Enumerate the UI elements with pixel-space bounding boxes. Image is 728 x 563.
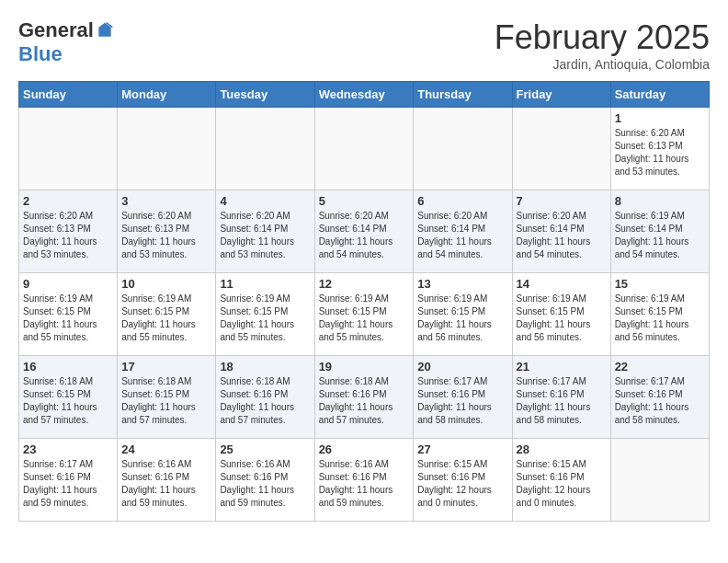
calendar-day-cell [19,108,118,190]
day-info: Sunrise: 6:19 AM Sunset: 6:15 PM Dayligh… [417,293,507,344]
day-number: 3 [121,194,211,208]
day-number: 25 [220,442,310,456]
calendar-day-cell [610,439,709,522]
title-section: February 2025 Jardin, Antioquia, Colombi… [495,18,710,72]
calendar-day-cell: 12Sunrise: 6:19 AM Sunset: 6:15 PM Dayli… [314,273,414,356]
calendar-day-cell [314,108,414,190]
calendar-day-cell: 24Sunrise: 6:16 AM Sunset: 6:16 PM Dayli… [118,439,216,522]
calendar-day-cell [118,108,216,190]
day-info: Sunrise: 6:20 AM Sunset: 6:14 PM Dayligh… [220,210,310,261]
calendar-day-cell: 4Sunrise: 6:20 AM Sunset: 6:14 PM Daylig… [216,190,314,273]
day-info: Sunrise: 6:20 AM Sunset: 6:14 PM Dayligh… [319,210,410,261]
day-info: Sunrise: 6:20 AM Sunset: 6:13 PM Dayligh… [615,127,705,178]
calendar-day-cell: 18Sunrise: 6:18 AM Sunset: 6:16 PM Dayli… [216,356,314,439]
calendar-day-cell: 2Sunrise: 6:20 AM Sunset: 6:13 PM Daylig… [19,190,118,273]
location-text: Jardin, Antioquia, Colombia [495,57,710,72]
calendar-day-cell: 6Sunrise: 6:20 AM Sunset: 6:14 PM Daylig… [414,190,512,273]
calendar-week-row: 2Sunrise: 6:20 AM Sunset: 6:13 PM Daylig… [19,190,710,273]
calendar-day-cell: 23Sunrise: 6:17 AM Sunset: 6:16 PM Dayli… [19,439,118,522]
calendar-day-cell: 27Sunrise: 6:15 AM Sunset: 6:16 PM Dayli… [414,439,512,522]
day-number: 10 [121,277,211,291]
calendar-day-cell: 20Sunrise: 6:17 AM Sunset: 6:16 PM Dayli… [414,356,512,439]
day-number: 4 [220,194,310,208]
day-info: Sunrise: 6:19 AM Sunset: 6:15 PM Dayligh… [220,293,310,344]
day-number: 17 [121,360,211,373]
day-info: Sunrise: 6:17 AM Sunset: 6:16 PM Dayligh… [417,375,507,427]
calendar-day-cell: 22Sunrise: 6:17 AM Sunset: 6:16 PM Dayli… [610,356,709,439]
day-info: Sunrise: 6:18 AM Sunset: 6:16 PM Dayligh… [319,375,410,427]
day-info: Sunrise: 6:19 AM Sunset: 6:15 PM Dayligh… [615,293,705,344]
day-number: 6 [417,194,507,208]
day-number: 18 [220,360,310,373]
day-number: 9 [23,277,113,291]
calendar-week-row: 23Sunrise: 6:17 AM Sunset: 6:16 PM Dayli… [19,439,710,522]
day-number: 5 [319,194,410,208]
weekday-header-wednesday: Wednesday [314,82,414,108]
weekday-header-monday: Monday [118,82,216,108]
day-number: 21 [517,360,607,373]
calendar-day-cell: 9Sunrise: 6:19 AM Sunset: 6:15 PM Daylig… [19,273,118,356]
calendar-day-cell: 17Sunrise: 6:18 AM Sunset: 6:15 PM Dayli… [118,356,216,439]
calendar-day-cell: 19Sunrise: 6:18 AM Sunset: 6:16 PM Dayli… [314,356,414,439]
calendar-table: SundayMondayTuesdayWednesdayThursdayFrid… [18,81,710,522]
calendar-day-cell: 3Sunrise: 6:20 AM Sunset: 6:13 PM Daylig… [118,190,216,273]
weekday-header-friday: Friday [512,82,610,108]
day-info: Sunrise: 6:16 AM Sunset: 6:16 PM Dayligh… [319,458,410,510]
day-info: Sunrise: 6:15 AM Sunset: 6:16 PM Dayligh… [417,458,507,510]
day-number: 20 [417,360,507,373]
day-number: 14 [517,277,607,291]
calendar-day-cell: 25Sunrise: 6:16 AM Sunset: 6:16 PM Dayli… [216,439,314,522]
calendar-week-row: 16Sunrise: 6:18 AM Sunset: 6:15 PM Dayli… [19,356,710,439]
day-info: Sunrise: 6:20 AM Sunset: 6:13 PM Dayligh… [23,210,113,261]
day-info: Sunrise: 6:20 AM Sunset: 6:13 PM Dayligh… [121,210,211,261]
calendar-day-cell: 8Sunrise: 6:19 AM Sunset: 6:14 PM Daylig… [610,190,709,273]
calendar-day-cell: 11Sunrise: 6:19 AM Sunset: 6:15 PM Dayli… [216,273,314,356]
calendar-day-cell: 21Sunrise: 6:17 AM Sunset: 6:16 PM Dayli… [512,356,610,439]
day-number: 12 [319,277,410,291]
calendar-day-cell: 16Sunrise: 6:18 AM Sunset: 6:15 PM Dayli… [19,356,118,439]
day-info: Sunrise: 6:19 AM Sunset: 6:15 PM Dayligh… [23,293,113,344]
day-info: Sunrise: 6:17 AM Sunset: 6:16 PM Dayligh… [23,458,113,510]
day-number: 19 [319,360,410,373]
day-info: Sunrise: 6:17 AM Sunset: 6:16 PM Dayligh… [517,375,607,427]
day-info: Sunrise: 6:15 AM Sunset: 6:16 PM Dayligh… [517,458,607,510]
calendar-day-cell: 5Sunrise: 6:20 AM Sunset: 6:14 PM Daylig… [314,190,414,273]
weekday-header-sunday: Sunday [19,82,118,108]
day-info: Sunrise: 6:20 AM Sunset: 6:14 PM Dayligh… [517,210,607,261]
page-header: General Blue February 2025 Jardin, Antio… [18,18,710,72]
day-number: 28 [517,442,607,456]
day-info: Sunrise: 6:20 AM Sunset: 6:14 PM Dayligh… [417,210,507,261]
day-info: Sunrise: 6:16 AM Sunset: 6:16 PM Dayligh… [121,458,211,510]
day-info: Sunrise: 6:18 AM Sunset: 6:15 PM Dayligh… [23,375,113,427]
day-info: Sunrise: 6:19 AM Sunset: 6:15 PM Dayligh… [517,293,607,344]
calendar-day-cell: 1Sunrise: 6:20 AM Sunset: 6:13 PM Daylig… [610,108,709,190]
day-number: 1 [615,111,705,125]
calendar-day-cell [216,108,314,190]
day-number: 7 [517,194,607,208]
calendar-day-cell [414,108,512,190]
day-number: 8 [615,194,705,208]
day-number: 26 [319,442,410,456]
day-number: 24 [121,442,211,456]
day-info: Sunrise: 6:17 AM Sunset: 6:16 PM Dayligh… [615,375,705,427]
day-info: Sunrise: 6:19 AM Sunset: 6:15 PM Dayligh… [319,293,410,344]
day-number: 11 [220,277,310,291]
day-info: Sunrise: 6:19 AM Sunset: 6:15 PM Dayligh… [121,293,211,344]
calendar-week-row: 1Sunrise: 6:20 AM Sunset: 6:13 PM Daylig… [19,108,710,190]
day-number: 22 [615,360,705,373]
calendar-day-cell: 28Sunrise: 6:15 AM Sunset: 6:16 PM Dayli… [512,439,610,522]
month-title: February 2025 [495,18,710,57]
day-info: Sunrise: 6:18 AM Sunset: 6:15 PM Dayligh… [121,375,211,427]
day-info: Sunrise: 6:16 AM Sunset: 6:16 PM Dayligh… [220,458,310,510]
day-number: 23 [23,442,113,456]
day-number: 27 [417,442,507,456]
calendar-week-row: 9Sunrise: 6:19 AM Sunset: 6:15 PM Daylig… [19,273,710,356]
day-number: 13 [417,277,507,291]
calendar-day-cell: 14Sunrise: 6:19 AM Sunset: 6:15 PM Dayli… [512,273,610,356]
calendar-day-cell: 15Sunrise: 6:19 AM Sunset: 6:15 PM Dayli… [610,273,709,356]
day-info: Sunrise: 6:18 AM Sunset: 6:16 PM Dayligh… [220,375,310,427]
calendar-day-cell: 13Sunrise: 6:19 AM Sunset: 6:15 PM Dayli… [414,273,512,356]
weekday-header-saturday: Saturday [610,82,709,108]
day-number: 16 [23,360,113,373]
day-number: 2 [23,194,113,208]
